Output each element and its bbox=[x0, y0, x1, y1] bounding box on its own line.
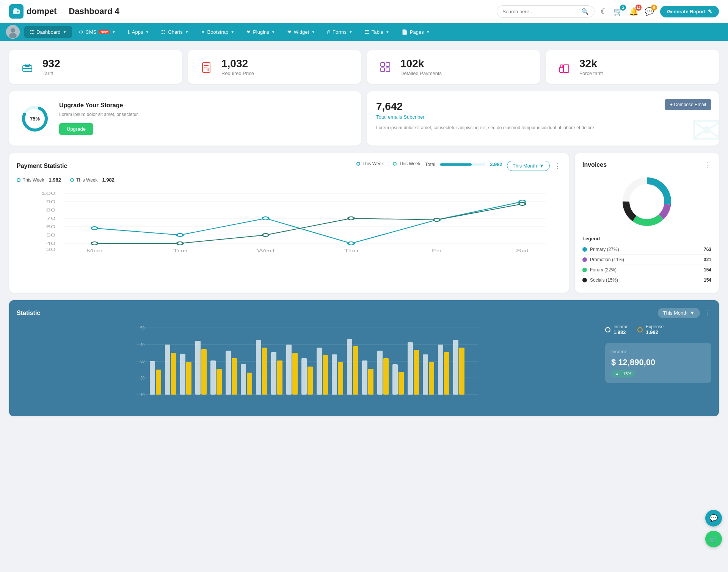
svg-rect-112 bbox=[459, 348, 464, 395]
chevron-down-icon: ▼ bbox=[386, 30, 389, 34]
svg-rect-85 bbox=[256, 340, 261, 395]
email-bg-icon: ✉ bbox=[691, 111, 719, 146]
email-count: 7,642 bbox=[376, 100, 710, 113]
total-value: 3.982 bbox=[490, 161, 502, 167]
search-box[interactable]: 🔍 bbox=[497, 5, 595, 18]
statistic-month-button[interactable]: This Month ▼ bbox=[658, 308, 700, 318]
sidebar-item-table[interactable]: ☷ Table ▼ bbox=[359, 26, 395, 38]
legend-values-row: This Week 1.982 This Week 1.982 bbox=[17, 177, 561, 183]
stat-card-force-tariff: 32k Force tariff bbox=[546, 50, 719, 84]
statistic-side: Income 1.982 Expense 1.982 Income $ bbox=[605, 324, 711, 409]
stat-info-detailed-payments: 102k Detailed Payments bbox=[400, 58, 442, 76]
middle-row: 75% Upgrade Your Storage Lorem ipsum dol… bbox=[9, 91, 719, 146]
stat-number-detailed-payments: 102k bbox=[400, 58, 442, 70]
svg-rect-15 bbox=[386, 63, 390, 66]
stat-card-detailed-payments: 102k Detailed Payments bbox=[367, 50, 540, 84]
svg-rect-110 bbox=[444, 352, 449, 395]
invoices-legend-title: Legend bbox=[582, 236, 711, 241]
shopping-icon[interactable]: 🛒 2 bbox=[613, 7, 623, 16]
stat-label-detailed-payments: Detailed Payments bbox=[400, 71, 442, 76]
legend-item-promotion: Promotion (11%) 321 bbox=[582, 255, 711, 265]
svg-rect-78 bbox=[201, 349, 207, 395]
svg-rect-92 bbox=[308, 367, 313, 395]
svg-rect-80 bbox=[217, 369, 222, 395]
search-input[interactable] bbox=[502, 9, 578, 14]
legend-dot-2 bbox=[393, 162, 397, 166]
sidebar-item-forms[interactable]: ⎙ Forms ▼ bbox=[322, 26, 358, 38]
invoices-card: Invoices ⋮ Legend bbox=[575, 153, 719, 293]
chevron-down-icon: ▼ bbox=[185, 30, 189, 34]
stat-card-required-price: $ 1,032 Required Price bbox=[188, 50, 361, 84]
main-content: 932 Tariff $ 1,032 Required Price bbox=[0, 41, 728, 425]
svg-point-2 bbox=[17, 11, 19, 13]
search-icon: 🔍 bbox=[581, 8, 589, 15]
storage-donut: 75% bbox=[20, 103, 50, 134]
svg-rect-103 bbox=[392, 364, 398, 395]
svg-rect-93 bbox=[317, 348, 322, 395]
stat-number-required-price: 1,032 bbox=[221, 58, 254, 70]
sidebar-item-cms[interactable]: ⚙ CMS New ▼ bbox=[74, 26, 121, 38]
this-month-button[interactable]: This Month ▼ bbox=[507, 161, 550, 171]
svg-point-55 bbox=[519, 202, 525, 205]
bootstrap-icon: ✦ bbox=[201, 29, 205, 35]
compose-email-button[interactable]: + Compose Email bbox=[665, 99, 711, 110]
apps-icon: ℹ bbox=[128, 29, 130, 35]
total-bar bbox=[440, 163, 485, 166]
statistic-card: Statistic This Month ▼ ⋮ 50 bbox=[9, 300, 719, 416]
svg-text:40: 40 bbox=[140, 343, 145, 347]
generate-report-button[interactable]: Generate Report ✎ bbox=[660, 6, 719, 17]
chevron-down-icon: ▼ bbox=[63, 30, 67, 34]
page-title: Dashboard 4 bbox=[69, 6, 119, 16]
chevron-down-icon: ▼ bbox=[271, 30, 275, 34]
header-left: dompet Dashboard 4 bbox=[9, 4, 119, 19]
svg-text:40: 40 bbox=[46, 241, 55, 246]
svg-text:60: 60 bbox=[46, 224, 55, 229]
income-amount: $ 12,890,00 bbox=[611, 357, 705, 367]
upgrade-button[interactable]: Upgrade bbox=[59, 123, 93, 135]
storage-info: Upgrade Your Storage Lorem ipsum dolor s… bbox=[59, 102, 139, 135]
more-options-icon[interactable]: ⋮ bbox=[554, 162, 561, 170]
svg-rect-75 bbox=[180, 354, 185, 395]
svg-point-4 bbox=[11, 28, 15, 33]
logo-icon bbox=[9, 4, 24, 19]
svg-rect-84 bbox=[247, 373, 252, 395]
svg-text:80: 80 bbox=[46, 208, 55, 212]
sidebar-item-pages[interactable]: 📄 Pages ▼ bbox=[396, 26, 435, 38]
logo: dompet bbox=[9, 4, 56, 19]
legend-value-2: This Week 1.982 bbox=[70, 177, 115, 183]
stats-grid: 932 Tariff $ 1,032 Required Price bbox=[9, 50, 719, 84]
income-dot bbox=[605, 327, 610, 332]
statistic-more-options-icon[interactable]: ⋮ bbox=[704, 309, 711, 317]
svg-rect-71 bbox=[150, 361, 155, 395]
svg-rect-17 bbox=[386, 68, 390, 72]
sidebar-item-plugins[interactable]: ❤ Plugins ▼ bbox=[241, 26, 281, 38]
sidebar-item-widget[interactable]: ❤ Widget ▼ bbox=[282, 26, 320, 38]
expense-dot bbox=[637, 327, 643, 332]
forms-icon: ⎙ bbox=[327, 29, 330, 35]
svg-point-5 bbox=[9, 33, 17, 38]
sidebar-item-apps[interactable]: ℹ Apps ▼ bbox=[122, 26, 155, 38]
sidebar-item-charts[interactable]: ☷ Charts ▼ bbox=[156, 26, 194, 38]
stat-number-force-tariff: 32k bbox=[579, 58, 603, 70]
stat-label-required-price: Required Price bbox=[221, 71, 254, 76]
notification-icon[interactable]: 🔔 12 bbox=[629, 7, 639, 16]
stat-info-tariff: 932 Tariff bbox=[42, 58, 60, 76]
cms-icon: ⚙ bbox=[79, 29, 83, 35]
table-icon: ☷ bbox=[365, 29, 369, 35]
sidebar-item-bootstrap[interactable]: ✦ Bootstrap ▼ bbox=[196, 26, 240, 38]
svg-text:50: 50 bbox=[140, 326, 145, 330]
chevron-down-icon: ▼ bbox=[311, 30, 315, 34]
expense-labels: Expense 1.982 bbox=[646, 324, 664, 335]
invoices-more-options-icon[interactable]: ⋮ bbox=[704, 161, 711, 169]
svg-text:100: 100 bbox=[41, 191, 56, 196]
svg-text:30: 30 bbox=[46, 247, 55, 252]
theme-toggle-button[interactable]: ☾ bbox=[601, 7, 607, 16]
svg-rect-81 bbox=[226, 351, 231, 395]
svg-rect-72 bbox=[156, 370, 161, 395]
svg-rect-106 bbox=[414, 350, 419, 395]
message-icon[interactable]: 💬 5 bbox=[645, 7, 654, 16]
charts-icon: ☷ bbox=[161, 29, 166, 35]
sidebar-item-dashboard[interactable]: ☷ Dashboard ▼ bbox=[24, 26, 72, 38]
charts-row: Payment Statistic This Week This Week bbox=[9, 153, 719, 293]
legend-item-primary: Primary (27%) 763 bbox=[582, 244, 711, 255]
